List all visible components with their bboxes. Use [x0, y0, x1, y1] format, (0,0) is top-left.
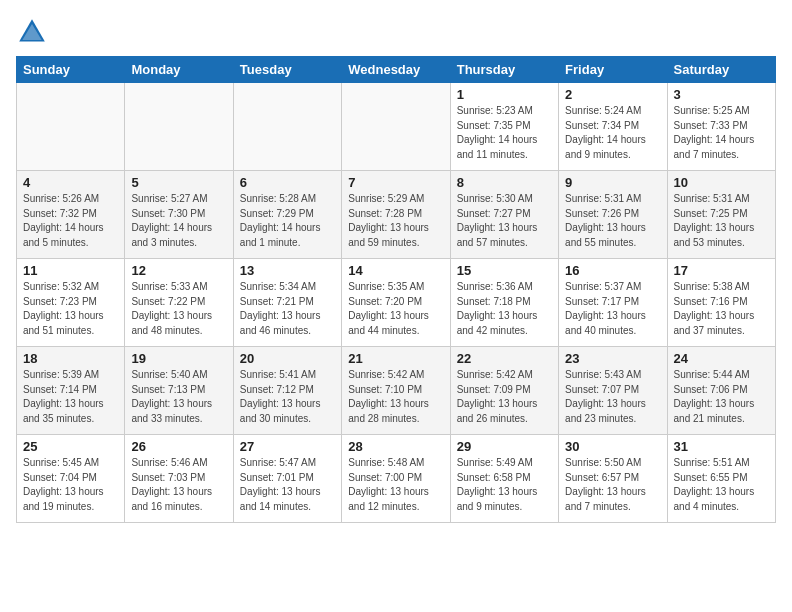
- calendar-cell: 5Sunrise: 5:27 AM Sunset: 7:30 PM Daylig…: [125, 171, 233, 259]
- weekday-header-monday: Monday: [125, 57, 233, 83]
- calendar-cell: 19Sunrise: 5:40 AM Sunset: 7:13 PM Dayli…: [125, 347, 233, 435]
- calendar-cell: [233, 83, 341, 171]
- calendar-cell: 18Sunrise: 5:39 AM Sunset: 7:14 PM Dayli…: [17, 347, 125, 435]
- calendar-week-5: 25Sunrise: 5:45 AM Sunset: 7:04 PM Dayli…: [17, 435, 776, 523]
- calendar-cell: 12Sunrise: 5:33 AM Sunset: 7:22 PM Dayli…: [125, 259, 233, 347]
- day-number: 2: [565, 87, 660, 102]
- day-number: 4: [23, 175, 118, 190]
- calendar-week-4: 18Sunrise: 5:39 AM Sunset: 7:14 PM Dayli…: [17, 347, 776, 435]
- day-number: 10: [674, 175, 769, 190]
- calendar-cell: 15Sunrise: 5:36 AM Sunset: 7:18 PM Dayli…: [450, 259, 558, 347]
- day-info: Sunrise: 5:28 AM Sunset: 7:29 PM Dayligh…: [240, 192, 335, 250]
- calendar-cell: 13Sunrise: 5:34 AM Sunset: 7:21 PM Dayli…: [233, 259, 341, 347]
- calendar-cell: 24Sunrise: 5:44 AM Sunset: 7:06 PM Dayli…: [667, 347, 775, 435]
- day-number: 1: [457, 87, 552, 102]
- calendar-cell: 10Sunrise: 5:31 AM Sunset: 7:25 PM Dayli…: [667, 171, 775, 259]
- calendar-cell: 6Sunrise: 5:28 AM Sunset: 7:29 PM Daylig…: [233, 171, 341, 259]
- day-info: Sunrise: 5:51 AM Sunset: 6:55 PM Dayligh…: [674, 456, 769, 514]
- day-number: 29: [457, 439, 552, 454]
- day-info: Sunrise: 5:25 AM Sunset: 7:33 PM Dayligh…: [674, 104, 769, 162]
- day-number: 13: [240, 263, 335, 278]
- calendar-cell: 2Sunrise: 5:24 AM Sunset: 7:34 PM Daylig…: [559, 83, 667, 171]
- calendar-cell: 8Sunrise: 5:30 AM Sunset: 7:27 PM Daylig…: [450, 171, 558, 259]
- calendar-cell: 22Sunrise: 5:42 AM Sunset: 7:09 PM Dayli…: [450, 347, 558, 435]
- day-number: 9: [565, 175, 660, 190]
- day-number: 27: [240, 439, 335, 454]
- day-info: Sunrise: 5:30 AM Sunset: 7:27 PM Dayligh…: [457, 192, 552, 250]
- day-info: Sunrise: 5:31 AM Sunset: 7:25 PM Dayligh…: [674, 192, 769, 250]
- calendar-cell: 11Sunrise: 5:32 AM Sunset: 7:23 PM Dayli…: [17, 259, 125, 347]
- day-info: Sunrise: 5:26 AM Sunset: 7:32 PM Dayligh…: [23, 192, 118, 250]
- day-info: Sunrise: 5:41 AM Sunset: 7:12 PM Dayligh…: [240, 368, 335, 426]
- day-info: Sunrise: 5:34 AM Sunset: 7:21 PM Dayligh…: [240, 280, 335, 338]
- day-number: 16: [565, 263, 660, 278]
- day-number: 26: [131, 439, 226, 454]
- calendar-cell: 23Sunrise: 5:43 AM Sunset: 7:07 PM Dayli…: [559, 347, 667, 435]
- calendar-cell: 3Sunrise: 5:25 AM Sunset: 7:33 PM Daylig…: [667, 83, 775, 171]
- calendar-cell: 1Sunrise: 5:23 AM Sunset: 7:35 PM Daylig…: [450, 83, 558, 171]
- day-info: Sunrise: 5:35 AM Sunset: 7:20 PM Dayligh…: [348, 280, 443, 338]
- calendar-cell: 4Sunrise: 5:26 AM Sunset: 7:32 PM Daylig…: [17, 171, 125, 259]
- day-number: 12: [131, 263, 226, 278]
- calendar-cell: 27Sunrise: 5:47 AM Sunset: 7:01 PM Dayli…: [233, 435, 341, 523]
- day-number: 8: [457, 175, 552, 190]
- day-number: 18: [23, 351, 118, 366]
- calendar-cell: 21Sunrise: 5:42 AM Sunset: 7:10 PM Dayli…: [342, 347, 450, 435]
- day-number: 15: [457, 263, 552, 278]
- day-info: Sunrise: 5:37 AM Sunset: 7:17 PM Dayligh…: [565, 280, 660, 338]
- day-info: Sunrise: 5:29 AM Sunset: 7:28 PM Dayligh…: [348, 192, 443, 250]
- calendar-cell: 20Sunrise: 5:41 AM Sunset: 7:12 PM Dayli…: [233, 347, 341, 435]
- weekday-header-friday: Friday: [559, 57, 667, 83]
- day-info: Sunrise: 5:24 AM Sunset: 7:34 PM Dayligh…: [565, 104, 660, 162]
- day-info: Sunrise: 5:47 AM Sunset: 7:01 PM Dayligh…: [240, 456, 335, 514]
- day-info: Sunrise: 5:46 AM Sunset: 7:03 PM Dayligh…: [131, 456, 226, 514]
- day-number: 7: [348, 175, 443, 190]
- day-info: Sunrise: 5:23 AM Sunset: 7:35 PM Dayligh…: [457, 104, 552, 162]
- day-info: Sunrise: 5:49 AM Sunset: 6:58 PM Dayligh…: [457, 456, 552, 514]
- calendar-cell: [17, 83, 125, 171]
- calendar-table: SundayMondayTuesdayWednesdayThursdayFrid…: [16, 56, 776, 523]
- day-info: Sunrise: 5:42 AM Sunset: 7:09 PM Dayligh…: [457, 368, 552, 426]
- day-info: Sunrise: 5:27 AM Sunset: 7:30 PM Dayligh…: [131, 192, 226, 250]
- calendar-cell: 7Sunrise: 5:29 AM Sunset: 7:28 PM Daylig…: [342, 171, 450, 259]
- day-number: 25: [23, 439, 118, 454]
- day-info: Sunrise: 5:43 AM Sunset: 7:07 PM Dayligh…: [565, 368, 660, 426]
- day-info: Sunrise: 5:39 AM Sunset: 7:14 PM Dayligh…: [23, 368, 118, 426]
- logo-icon: [16, 16, 48, 48]
- day-info: Sunrise: 5:32 AM Sunset: 7:23 PM Dayligh…: [23, 280, 118, 338]
- day-info: Sunrise: 5:40 AM Sunset: 7:13 PM Dayligh…: [131, 368, 226, 426]
- calendar-cell: 29Sunrise: 5:49 AM Sunset: 6:58 PM Dayli…: [450, 435, 558, 523]
- weekday-header-wednesday: Wednesday: [342, 57, 450, 83]
- page-header: [16, 16, 776, 48]
- calendar-week-1: 1Sunrise: 5:23 AM Sunset: 7:35 PM Daylig…: [17, 83, 776, 171]
- day-number: 14: [348, 263, 443, 278]
- day-number: 28: [348, 439, 443, 454]
- day-number: 30: [565, 439, 660, 454]
- weekday-header-thursday: Thursday: [450, 57, 558, 83]
- day-number: 19: [131, 351, 226, 366]
- day-number: 6: [240, 175, 335, 190]
- day-number: 23: [565, 351, 660, 366]
- weekday-header-tuesday: Tuesday: [233, 57, 341, 83]
- calendar-cell: [125, 83, 233, 171]
- day-number: 3: [674, 87, 769, 102]
- day-number: 31: [674, 439, 769, 454]
- day-info: Sunrise: 5:36 AM Sunset: 7:18 PM Dayligh…: [457, 280, 552, 338]
- calendar-cell: 14Sunrise: 5:35 AM Sunset: 7:20 PM Dayli…: [342, 259, 450, 347]
- calendar-body: 1Sunrise: 5:23 AM Sunset: 7:35 PM Daylig…: [17, 83, 776, 523]
- day-number: 22: [457, 351, 552, 366]
- calendar-cell: 31Sunrise: 5:51 AM Sunset: 6:55 PM Dayli…: [667, 435, 775, 523]
- day-info: Sunrise: 5:42 AM Sunset: 7:10 PM Dayligh…: [348, 368, 443, 426]
- calendar-cell: 26Sunrise: 5:46 AM Sunset: 7:03 PM Dayli…: [125, 435, 233, 523]
- weekday-header-saturday: Saturday: [667, 57, 775, 83]
- day-info: Sunrise: 5:31 AM Sunset: 7:26 PM Dayligh…: [565, 192, 660, 250]
- calendar-cell: [342, 83, 450, 171]
- day-number: 5: [131, 175, 226, 190]
- calendar-cell: 16Sunrise: 5:37 AM Sunset: 7:17 PM Dayli…: [559, 259, 667, 347]
- weekday-header-sunday: Sunday: [17, 57, 125, 83]
- day-info: Sunrise: 5:50 AM Sunset: 6:57 PM Dayligh…: [565, 456, 660, 514]
- day-info: Sunrise: 5:38 AM Sunset: 7:16 PM Dayligh…: [674, 280, 769, 338]
- day-number: 24: [674, 351, 769, 366]
- day-number: 11: [23, 263, 118, 278]
- calendar-cell: 28Sunrise: 5:48 AM Sunset: 7:00 PM Dayli…: [342, 435, 450, 523]
